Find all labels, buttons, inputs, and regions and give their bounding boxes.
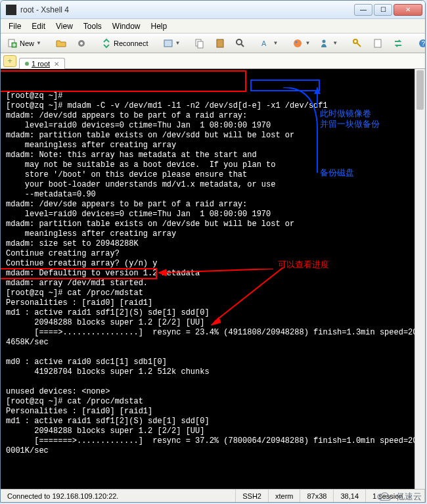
toolbar: New ▼ Reconnect ▼ A▼ ▼ ▼ ?▼	[1, 34, 425, 53]
terminal-line: Continue creating array?	[6, 249, 420, 259]
status-connection: Connected to 192.168.109.120:22.	[1, 490, 236, 502]
open-button[interactable]	[52, 35, 70, 51]
app-icon	[6, 5, 16, 15]
window-icon	[163, 38, 173, 49]
terminal-line: level=raid0 devices=0 ctime=Thu Jan 1 08…	[6, 210, 420, 219]
terminal-line: 0001K/sec	[6, 446, 420, 456]
tab-bar: + 1 root ✕	[1, 53, 425, 69]
lock-button[interactable]	[348, 35, 367, 51]
menubar: File Edit View Tools Window Help	[1, 19, 425, 34]
terminal-line: [root@zq ~]# cat /proc/mdstat	[6, 397, 420, 407]
annotation-backup-disk: 备份磁盘	[320, 168, 354, 177]
terminal-line	[6, 456, 420, 466]
menu-tools[interactable]: Tools	[78, 20, 107, 33]
transfer-icon	[393, 38, 403, 49]
chevron-down-icon: ▼	[332, 40, 338, 46]
scrollbar-thumb[interactable]	[416, 70, 424, 110]
chevron-down-icon: ▼	[175, 40, 181, 46]
close-button[interactable]: ✕	[393, 4, 422, 16]
font-button[interactable]: A▼	[256, 35, 282, 51]
copy-button[interactable]	[191, 35, 209, 51]
menu-view[interactable]: View	[51, 20, 78, 33]
svg-point-3	[80, 42, 83, 45]
watermark-text: 亿速云	[396, 491, 422, 503]
status-protocol: SSH2	[236, 490, 269, 502]
script-icon	[372, 38, 383, 49]
reconnect-label: Reconnect	[114, 39, 148, 47]
chevron-down-icon: ▼	[36, 40, 41, 46]
font-icon: A	[260, 38, 271, 49]
chevron-down-icon: ▼	[305, 40, 310, 46]
users-icon	[320, 38, 330, 49]
watermark: 亿速云	[375, 491, 422, 503]
script-button[interactable]	[369, 35, 387, 51]
svg-point-8	[236, 39, 242, 45]
svg-rect-6	[198, 41, 203, 48]
search-icon	[235, 38, 246, 49]
terminal-line: [root@zq ~]#	[6, 91, 420, 101]
blue-link-icon	[283, 87, 323, 179]
annotation-spare-text: 并留一块做备份	[320, 119, 380, 129]
session-button[interactable]: ▼	[159, 35, 185, 51]
svg-rect-14	[374, 39, 381, 47]
window-title: root - Xshell 4	[20, 5, 353, 14]
terminal-line: Personalities : [raid0] [raid1]	[6, 407, 420, 417]
menu-edit[interactable]: Edit	[26, 20, 51, 33]
svg-point-20	[381, 497, 383, 499]
terminal-line: your boot-loader understands md/v1.x met…	[6, 180, 420, 190]
menu-file[interactable]: File	[3, 20, 26, 33]
svg-text:?: ?	[422, 40, 426, 47]
arrow-2-icon	[211, 267, 283, 327]
svg-rect-4	[164, 40, 172, 47]
titlebar[interactable]: root - Xshell 4 — ☐ ✕	[1, 1, 425, 19]
gear-icon	[76, 38, 87, 49]
terminal-line: mdadm: /dev/sde appears to be part of a …	[6, 200, 420, 210]
add-tab-button[interactable]: +	[3, 55, 16, 67]
status-cursor: 38,14	[334, 490, 366, 502]
minimize-button[interactable]: —	[354, 4, 372, 16]
maximize-button[interactable]: ☐	[374, 4, 392, 16]
terminal-line: 20948288 blocks super 1.2 [2/2] [UU]	[6, 426, 420, 436]
terminal-line: md1 : active raid1 sdf1[2](S) sde[1] sdd…	[6, 417, 420, 426]
terminal-line: mdadm: partition table exists on /dev/sd…	[6, 131, 420, 141]
terminal-line: mdadm: Note: this array has metadata at …	[6, 150, 420, 160]
svg-marker-19	[314, 87, 321, 94]
help-button[interactable]: ?▼	[414, 35, 426, 51]
paste-button[interactable]	[211, 35, 229, 51]
terminal-line: meaningless after creating array	[6, 141, 420, 150]
status-size: 87x38	[300, 490, 334, 502]
key-icon	[352, 38, 363, 49]
svg-point-21	[384, 497, 386, 499]
reconnect-button[interactable]: Reconnect	[97, 35, 152, 51]
terminal-line: mdadm: size set to 20948288K	[6, 239, 420, 249]
properties-button[interactable]	[72, 35, 91, 51]
tab-session[interactable]: 1 root ✕	[19, 58, 65, 69]
terminal-line: --metadata=0.90	[6, 190, 420, 200]
vertical-scrollbar[interactable]	[415, 69, 425, 489]
close-tab-icon[interactable]: ✕	[54, 60, 59, 68]
reconnect-icon	[101, 38, 112, 49]
app-window: root - Xshell 4 — ☐ ✕ File Edit View Too…	[0, 0, 426, 503]
transfer-button[interactable]	[389, 35, 407, 51]
menu-help[interactable]: Help	[146, 20, 173, 33]
tab-label: 1 root	[32, 60, 50, 68]
palette-icon	[292, 38, 303, 49]
help-icon: ?	[418, 38, 426, 49]
connection-dot-icon	[25, 62, 29, 66]
menu-window[interactable]: Window	[107, 20, 146, 33]
terminal-line: md0 : active raid0 sdc1[1] sdb1[0]	[6, 357, 420, 367]
new-button[interactable]: New ▼	[3, 35, 45, 51]
terminal-line: mdadm: partition table exists on /dev/sd…	[6, 219, 420, 229]
terminal-line	[6, 348, 420, 357]
folder-icon	[56, 38, 66, 49]
terminal-line: store '/boot' on this device please ensu…	[6, 170, 420, 180]
color-button[interactable]: ▼	[288, 35, 314, 51]
terminal-line: unused devices: <none>	[6, 387, 420, 397]
search-button[interactable]	[231, 35, 250, 51]
terminal[interactable]: [root@zq ~]#[root@zq ~]# mdadm -C -v /de…	[1, 69, 425, 489]
new-file-icon	[7, 38, 18, 49]
svg-rect-7	[217, 39, 223, 47]
window-controls: — ☐ ✕	[353, 4, 422, 16]
terminal-line: meaningless after creating array	[6, 229, 420, 239]
users-button[interactable]: ▼	[316, 35, 342, 51]
